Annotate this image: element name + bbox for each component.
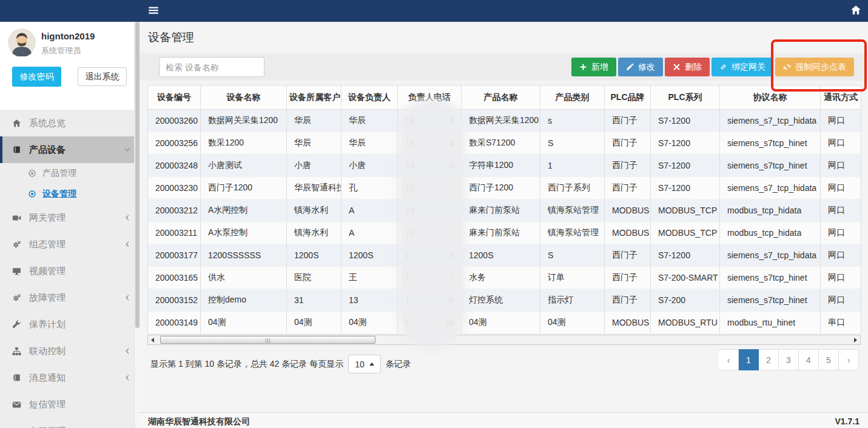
toolbar-button[interactable]: 删除 (665, 58, 710, 76)
gears-icon (12, 240, 21, 249)
cell-plc-brand: 西门子 (605, 155, 651, 177)
toolbar-button[interactable]: 强制同步点表 (775, 58, 854, 76)
cell-product: 麻来门前泵站 (462, 222, 540, 244)
footer-version: V1.7.1 (835, 416, 860, 428)
page-button[interactable]: 3 (779, 349, 799, 370)
sidebar-item[interactable]: 网关管理 (0, 204, 140, 231)
sidebar-scrollbar[interactable] (134, 22, 140, 428)
cell-customer: 镇海水利 (287, 222, 341, 244)
cell-product: 字符串1200 (462, 155, 540, 177)
cell-customer: 小唐 (287, 155, 341, 177)
scrollbar-thumb[interactable]: ||| (160, 336, 375, 344)
footer: 湖南华辰智通科技有限公司 V1.7.1 (140, 412, 868, 428)
table-header-row: 设备编号设备名称设备所属客户设备负责人负责人电话产品名称产品类别PLC品牌PLC… (148, 85, 861, 110)
column-header: 设备编号 (148, 85, 201, 110)
table-row[interactable]: 200003230 西门子1200 华辰智通科技 孔 15 西门子1200 (148, 177, 861, 199)
table-row[interactable]: 200003211 A水泵控制 镇海水利 A 13 麻来门前泵站 (148, 222, 861, 244)
table-row[interactable]: 200003165 供水 医院 王 1 1 水务 订单 (148, 267, 861, 289)
records-info: 显示第 1 到第 10 条记录，总共 42 条记录 每页显示 (150, 359, 343, 370)
logout-button[interactable]: 退出系统 (78, 67, 127, 86)
sidebar-item[interactable]: 组态管理 (0, 231, 140, 258)
cell-device-name: 04测 (201, 312, 287, 334)
sidebar-item[interactable]: 设备管理 (0, 184, 140, 204)
table-row[interactable]: 200003152 控制demo 31 13 1 8 灯控系统 (148, 289, 861, 312)
page-button[interactable]: 1 (739, 349, 759, 370)
scroll-left-arrow-icon[interactable] (148, 335, 157, 344)
chevron-left-icon (124, 374, 131, 381)
sidebar-item[interactable]: 视频管理 (0, 258, 140, 284)
refresh-icon (783, 63, 791, 71)
home-icon (12, 119, 21, 128)
user-panel: hignton2019 系统管理员 修改密码 退出系统 (0, 22, 140, 110)
cell-category: 指示灯 (540, 289, 605, 312)
cell-plc-brand: 西门子 (605, 110, 651, 132)
cell-protocol: siemens_s7tcp_hinet (720, 289, 821, 312)
table-row[interactable]: 200003212 A水闸控制 镇海水利 A 13 麻来门前泵站 (148, 199, 861, 222)
home-icon[interactable] (850, 5, 863, 17)
page-button[interactable]: ‹ (719, 349, 739, 370)
cell-manager: 1200S (341, 244, 398, 267)
phone-prefix: 1 (405, 318, 410, 327)
sidebar-item[interactable]: 故障管理 (0, 284, 140, 311)
sitemap-icon (12, 347, 21, 356)
search-input[interactable] (159, 57, 264, 77)
cell-product: 数采S71200 (462, 132, 540, 155)
dot-circle-icon (28, 190, 36, 198)
table-row[interactable]: 200003149 04测 04测 04测 1 38 04测 (148, 312, 861, 334)
table-row[interactable]: 200003177 1200SSSSSS 1200S 1200S 1 8 120… (148, 244, 861, 267)
cell-device-name: 供水 (201, 267, 287, 289)
cell-plc-brand: 西门子 (605, 289, 651, 312)
cell-plc-series: S7-200 (651, 289, 720, 312)
sidebar-scrollbar-thumb[interactable] (135, 22, 140, 328)
page-button[interactable]: 5 (819, 349, 839, 370)
page-button[interactable]: 4 (799, 349, 819, 370)
table-body: 200003260 数据网关采集1200 华辰 华辰 18 4 数据网关采集12… (148, 110, 861, 334)
chevron-left-icon (124, 347, 131, 355)
toolbar-button[interactable]: 新增 (571, 58, 616, 76)
cell-comm-type: 网口 (821, 289, 861, 312)
cell-protocol: siemens_s7tcp_hinet (720, 155, 821, 177)
toolbar-button[interactable]: 修改 (618, 58, 663, 76)
toolbar-button[interactable]: 绑定网关 (712, 58, 773, 76)
scroll-right-arrow-icon[interactable] (851, 335, 860, 344)
device-table-wrap: 设备编号设备名称设备所属客户设备负责人负责人电话产品名称产品类别PLC品牌PLC… (147, 85, 861, 371)
cell-protocol: siemens_s7_tcp_hidata (720, 110, 821, 132)
table-row[interactable]: 200003248 小唐测试 小唐 小唐 13 0 字符串1200 (148, 155, 861, 177)
change-password-button[interactable]: 修改密码 (12, 67, 61, 87)
sidebar-item[interactable]: 产品设备 (0, 136, 140, 163)
cell-protocol: siemens_s7tcp_hinet (720, 132, 821, 155)
page-button[interactable]: › (839, 349, 859, 370)
sidebar-item[interactable]: 消息通知 (0, 364, 140, 391)
phone-prefix: 13 (405, 206, 415, 215)
pagination-row: 显示第 1 到第 10 条记录，总共 42 条记录 每页显示 10 条记录 ‹ … (147, 349, 861, 371)
horizontal-scrollbar[interactable]: ||| (147, 335, 861, 345)
phone-prefix: 13 (405, 161, 415, 170)
cell-manager: 王 (341, 267, 398, 289)
sidebar-item[interactable]: 联动控制 (0, 338, 140, 364)
cell-device-id: 200003256 (148, 132, 201, 155)
sidebar-item[interactable]: 短信管理 (0, 391, 140, 418)
cell-comm-type: 网口 (821, 132, 861, 155)
cell-plc-series: S7-1200 (651, 155, 720, 177)
cell-protocol: siemens_s7_tcp_hidata (720, 244, 821, 267)
records-info-suffix: 条记录 (386, 359, 411, 370)
cell-manager: 华辰 (341, 132, 398, 155)
page-size-select[interactable]: 10 (348, 355, 381, 373)
cell-comm-type: 网口 (821, 199, 861, 222)
sidebar-item[interactable]: 系统总览 (0, 110, 140, 136)
page-button[interactable]: 2 (759, 349, 779, 370)
cell-phone: 18 4 (398, 110, 462, 132)
hamburger-icon[interactable] (148, 5, 160, 17)
phone-prefix: 13 (405, 228, 415, 238)
cell-phone: 13 (398, 222, 462, 244)
sidebar-item[interactable]: 产品管理 (0, 163, 140, 184)
cell-phone: 1 8 (398, 244, 462, 267)
sidebar-item[interactable]: 保养计划 (0, 311, 140, 338)
sidebar-item[interactable]: 空间管理 (0, 418, 140, 428)
cell-device-name: 控制demo (201, 289, 287, 312)
table-row[interactable]: 200003260 数据网关采集1200 华辰 华辰 18 4 数据网关采集12… (148, 110, 861, 132)
table-row[interactable]: 200003256 数采1200 华辰 华辰 18 4 数采S71200 (148, 132, 861, 155)
cell-customer: 华辰 (287, 110, 341, 132)
cell-customer: 1200S (287, 244, 341, 267)
scrollbar-track[interactable]: ||| (157, 335, 851, 344)
